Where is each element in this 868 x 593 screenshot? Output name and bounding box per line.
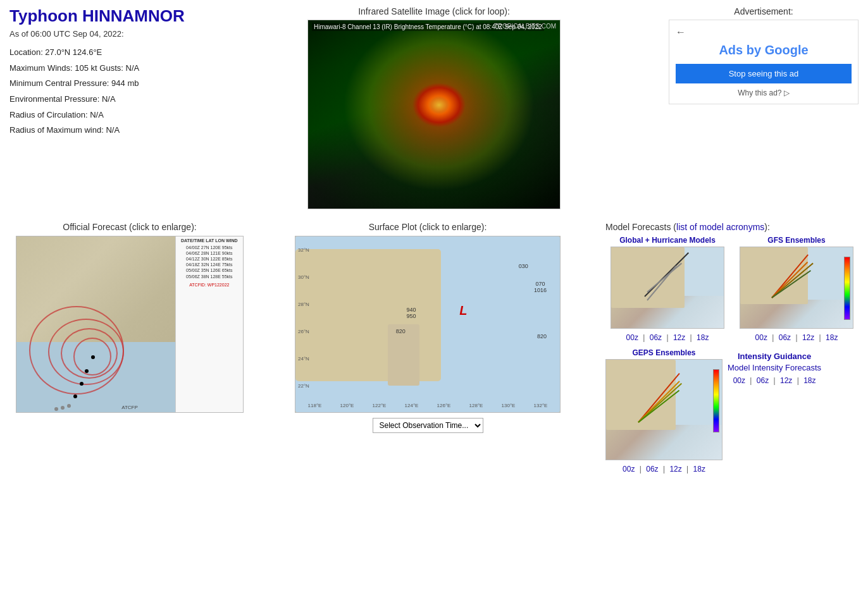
geps-ensembles-model: GEPS Ensembles 12W HINNAMNOR - GEPS Trac… [605,348,722,474]
gfs-time-18z[interactable]: 18z [826,333,838,342]
latitude-labels: 32°N30°N28°N26°N24°N22°N [298,236,309,400]
observation-time-selector[interactable]: Select Observation Time... 00Z Sep 04 06… [256,418,599,433]
longitude-labels: 118°E120°E122°E124°E126°E128°E130°E132°E [295,403,560,408]
intensity-section: Intensity Guidance Model Intensity Forec… [728,348,821,474]
gfs-time-06z[interactable]: 06z [779,333,791,342]
advertisement-section: Advertisement: ← Ads by Google Stop seei… [669,6,859,209]
ads-by-text: Ads by [719,43,764,57]
surface-plot-section[interactable]: Surface Plot (click to enlarge): Marine … [256,222,599,474]
back-button[interactable]: ← [676,27,686,38]
min-pressure-info: Minimum Central Pressure: 944 mb [9,76,199,92]
int-sep2: | [774,376,776,385]
left-info-panel: Typhoon HINNAMNOR As of 06:00 UTC Sep 04… [9,6,199,209]
surface-map-inner: Marine Surface Plot Near 12W HINNAMNOR 0… [295,236,560,412]
gh-time-12z[interactable]: 12z [673,333,685,342]
intensity-time-00z[interactable]: 00z [733,376,745,385]
gfs-color-scale [844,257,850,320]
ad-box: ← Ads by Google Stop seeing this ad Why … [669,20,859,104]
gh-time-18z[interactable]: 18z [697,333,709,342]
obs-time-select[interactable]: Select Observation Time... 00Z Sep 04 06… [373,418,483,433]
geps-ensembles-title[interactable]: GEPS Ensembles [605,348,722,357]
model-acronyms-link[interactable]: list of model acronyms [676,222,764,232]
global-hurricane-title[interactable]: Global + Hurricane Models [605,236,729,245]
as-of-label: As of 06:00 UTC Sep 04, 2022: [9,29,199,39]
pressure-030: 030 [519,263,528,269]
ads-by-google: Ads by Google [676,43,852,58]
advertisement-label: Advertisement: [669,6,859,16]
int-sep3: | [797,376,799,385]
geps-times: 00z | 06z | 12z | 18z [605,465,722,474]
model-forecasts-section: Model Forecasts (list of model acronyms)… [605,222,859,474]
global-hurricane-img-inner: 12W HINNAMNOR - Model Track Guidance Ini… [611,247,724,328]
gfs-time-00z[interactable]: 00z [755,333,767,342]
gh-sep3: | [690,333,692,342]
forecast-map[interactable]: DATE/TIME LAT LON WIND 04/00Z 27N 120E 9… [16,236,244,413]
bottom-model-grid: GEPS Ensembles 12W HINNAMNOR - GEPS Trac… [605,348,859,474]
gfs-ensembles-model: GFS Ensembles 12W HINNAMNOR - GEFS Track… [735,236,859,342]
geps-color-scale [713,369,719,432]
gfs-sep3: | [819,333,821,342]
official-forecast-section[interactable]: Official Forecast (click to enlarge): [9,222,250,474]
int-sep1: | [750,376,752,385]
pressure-label3: 820 [537,333,547,339]
bottom-section: Official Forecast (click to enlarge): [9,222,859,474]
global-hurricane-model: Global + Hurricane Models 12W HINNAMNOR … [605,236,729,342]
model-bottom-row: GEPS Ensembles 12W HINNAMNOR - GEPS Trac… [605,348,859,474]
forecast-map-area [16,236,175,412]
model-intensity-link[interactable]: Model Intensity Forecasts [728,363,821,372]
geps-sep3: | [686,465,688,474]
geps-img-inner: 12W HINNAMNOR - GEPS Tracks and Min. MSL… [606,360,722,460]
pressure-940: 940950 [407,307,416,319]
max-winds-info: Maximum Winds: 105 kt Gusts: N/A [9,61,199,76]
intensity-time-18z[interactable]: 18z [803,376,815,385]
geps-time-00z[interactable]: 00z [623,465,635,474]
model-label-after: ): [764,222,770,232]
page-wrapper: Typhoon HINNAMNOR As of 06:00 UTC Sep 04… [0,0,868,593]
geps-sep2: | [663,465,665,474]
model-forecasts-title: Model Forecasts (list of model acronyms)… [605,222,859,232]
radius-circulation-info: Radius of Circulation: N/A [9,107,199,123]
gh-time-06z[interactable]: 06z [650,333,662,342]
intensity-times: 00z | 06z | 12z | 18z [728,376,821,385]
global-hurricane-times: 00z | 06z | 12z | 18z [605,333,729,342]
radius-max-wind-info: Radius of Maximum wind: N/A [9,123,199,138]
geps-time-18z[interactable]: 18z [693,465,705,474]
env-pressure-info: Environmental Pressure: N/A [9,92,199,107]
gfs-ensembles-img-inner: 12W HINNAMNOR - GEFS Tracks and Min. MSL… [740,247,853,328]
satellite-credit: TROPICALBITS.COM [494,23,556,30]
why-this-ad-link[interactable]: Why this ad? ▷ [676,89,852,97]
page-title: Typhoon HINNAMNOR [9,6,199,26]
gfs-ensembles-title[interactable]: GFS Ensembles [735,236,859,245]
geps-time-06z[interactable]: 06z [646,465,658,474]
satellite-image[interactable]: Himawari-8 Channel 13 (IR) Brightness Te… [307,20,561,209]
gh-sep1: | [643,333,645,342]
pressure-label5: 820 [396,328,406,334]
gfs-sep1: | [772,333,774,342]
gfs-ensembles-image[interactable]: 12W HINNAMNOR - GEFS Tracks and Min. MSL… [740,247,853,329]
global-hurricane-image[interactable]: 12W HINNAMNOR - Model Track Guidance Ini… [611,247,724,329]
surface-plot-label: Surface Plot (click to enlarge): [256,222,599,232]
storm-info-block: Location: 27.0°N 124.6°E Maximum Winds: … [9,45,199,138]
google-text: Google [765,43,809,57]
geps-ensembles-image[interactable]: 12W HINNAMNOR - GEPS Tracks and Min. MSL… [605,359,722,460]
model-label-before: Model Forecasts ( [605,222,676,232]
top-section: Typhoon HINNAMNOR As of 06:00 UTC Sep 04… [9,6,859,209]
satellite-section[interactable]: Infrared Satellite Image (click for loop… [206,6,662,209]
official-forecast-label: Official Forecast (click to enlarge): [9,222,250,232]
location-info: Location: 27.0°N 124.6°E [9,45,199,61]
gfs-sep2: | [795,333,797,342]
intensity-title: Intensity Guidance [728,352,821,361]
geps-time-12z[interactable]: 12z [669,465,681,474]
pressure-label2: 0701016 [534,281,547,293]
gh-time-00z[interactable]: 00z [626,333,638,342]
intensity-time-06z[interactable]: 06z [757,376,769,385]
stop-seeing-button[interactable]: Stop seeing this ad [676,64,852,83]
forecast-table-panel: DATE/TIME LAT LON WIND 04/00Z 27N 120E 9… [175,236,243,412]
model-top-grid: Global + Hurricane Models 12W HINNAMNOR … [605,236,859,342]
forecast-map-footer: ATCFP [121,405,138,410]
surface-map[interactable]: Marine Surface Plot Near 12W HINNAMNOR 0… [295,236,561,413]
gfs-ensembles-times: 00z | 06z | 12z | 18z [735,333,859,342]
gh-sep2: | [666,333,668,342]
gfs-time-12z[interactable]: 12z [802,333,814,342]
intensity-time-12z[interactable]: 12z [780,376,792,385]
